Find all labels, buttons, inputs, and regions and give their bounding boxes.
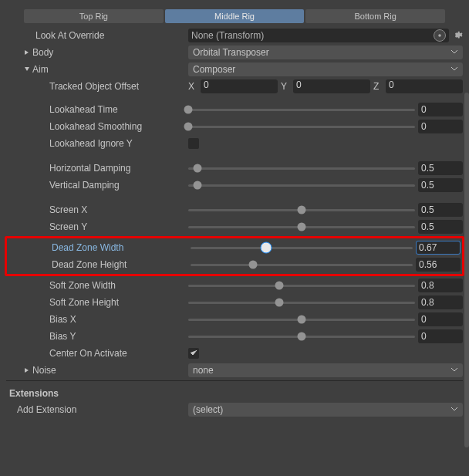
foldout-body[interactable] [23,49,31,56]
vertical-damping-label: Vertical Damping [49,180,120,191]
screen-x-slider[interactable] [188,203,415,217]
dead-zone-height-value[interactable]: 0.56 [416,258,461,272]
bias-x-value[interactable]: 0 [418,312,463,326]
lookahead-smoothing-label: Lookahead Smoothing [49,121,142,132]
lookahead-smoothing-slider[interactable] [188,120,415,133]
dead-zone-width-value[interactable]: 0.67 [416,241,461,255]
chevron-down-icon [450,365,458,376]
dead-zone-height-slider[interactable] [191,258,413,272]
soft-zone-width-slider[interactable] [188,279,415,292]
chevron-down-icon [450,64,458,75]
tracked-offset-y[interactable]: 0 [293,79,370,93]
look-at-override-label: Look At Override [35,30,104,41]
bias-y-slider[interactable] [188,329,415,343]
aim-label: Aim [32,64,49,75]
highlight-box: Dead Zone Width 0.67 Dead Zone Height 0.… [5,236,464,276]
soft-zone-height-slider[interactable] [188,295,415,309]
x-axis-label: X [188,81,197,92]
screen-y-slider[interactable] [188,220,415,234]
screen-y-label: Screen Y [49,221,87,232]
tracked-offset-z[interactable]: 0 [386,79,463,93]
aim-dropdown[interactable]: Composer [188,62,463,76]
noise-dropdown[interactable]: none [188,363,463,377]
tracked-offset-x[interactable]: 0 [201,79,278,93]
dead-zone-width-slider[interactable] [191,241,413,255]
check-icon [189,348,198,360]
extensions-header: Extensions [6,383,463,400]
dead-zone-width-label: Dead Zone Width [52,242,123,253]
chevron-down-icon [450,47,458,58]
screen-y-value[interactable]: 0.5 [418,220,463,234]
body-dropdown[interactable]: Orbital Transposer [188,46,463,59]
foldout-aim[interactable] [23,66,31,73]
screen-x-value[interactable]: 0.5 [418,203,463,217]
bias-x-slider[interactable] [188,312,415,326]
add-extension-label: Add Extension [17,404,76,415]
bias-y-label: Bias Y [49,331,76,342]
center-on-activate-label: Center On Activate [49,348,127,359]
tab-top-rig[interactable]: Top Rig [24,9,164,23]
dead-zone-height-label: Dead Zone Height [52,259,127,270]
horizontal-damping-value[interactable]: 0.5 [418,161,463,175]
svg-point-0 [438,34,441,37]
center-on-activate-checkbox[interactable] [188,348,199,359]
tracked-object-offset-label: Tracked Object Offset [49,81,139,92]
add-extension-dropdown[interactable]: (select) [188,403,463,417]
z-axis-label: Z [373,81,383,92]
tab-middle-rig[interactable]: Middle Rig [165,9,305,23]
body-label: Body [32,47,53,58]
soft-zone-height-value[interactable]: 0.8 [418,295,463,309]
gear-icon[interactable] [452,29,463,42]
horizontal-damping-label: Horizontal Damping [49,163,130,174]
bias-x-label: Bias X [49,314,76,325]
y-axis-label: Y [281,81,290,92]
scrollbar[interactable] [464,93,469,447]
bias-y-value[interactable]: 0 [418,329,463,343]
lookahead-time-slider[interactable] [188,103,415,116]
lookahead-time-label: Lookahead Time [49,104,118,115]
object-picker-icon[interactable] [434,29,446,42]
lookahead-smoothing-value[interactable]: 0 [418,120,463,133]
noise-label: Noise [32,365,56,376]
soft-zone-width-value[interactable]: 0.8 [418,279,463,292]
chevron-down-icon [450,404,458,415]
vertical-damping-slider[interactable] [188,178,415,192]
lookahead-time-value[interactable]: 0 [418,103,463,116]
soft-zone-width-label: Soft Zone Width [49,280,116,291]
foldout-noise[interactable] [23,366,31,374]
horizontal-damping-slider[interactable] [188,161,415,175]
screen-x-label: Screen X [49,204,87,215]
vertical-damping-value[interactable]: 0.5 [418,178,463,192]
soft-zone-height-label: Soft Zone Height [49,297,119,308]
lookahead-ignore-y-label: Lookahead Ignore Y [49,138,133,149]
tab-bottom-rig[interactable]: Bottom Rig [305,9,445,23]
look-at-override-field[interactable]: None (Transform) [188,29,449,42]
rig-tabs: Top Rig Middle Rig Bottom Rig [23,9,446,23]
lookahead-ignore-y-checkbox[interactable] [188,138,199,149]
